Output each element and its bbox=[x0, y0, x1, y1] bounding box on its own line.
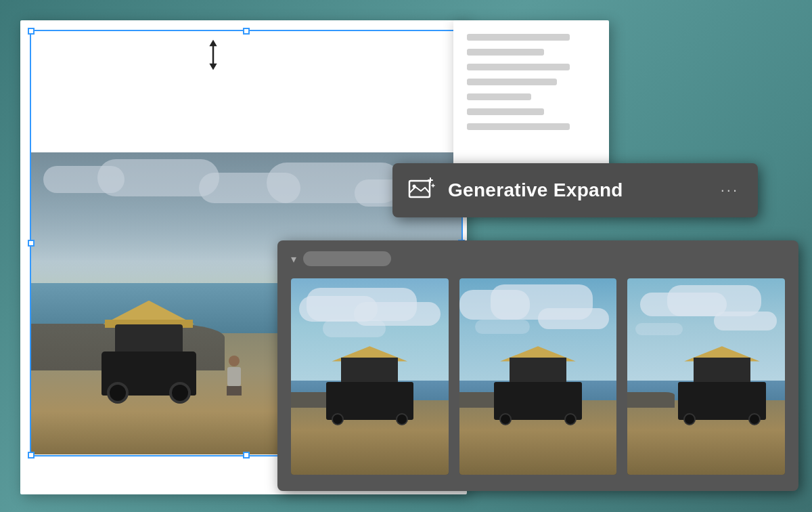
panel-line-2 bbox=[467, 49, 544, 56]
panel-tab[interactable] bbox=[303, 251, 391, 266]
thumb-scene-1 bbox=[291, 278, 449, 475]
variation-thumbnail-3[interactable] bbox=[627, 278, 785, 475]
panel-line-6 bbox=[467, 108, 544, 115]
thumb2-jeep bbox=[491, 351, 585, 420]
thumb-scene-2 bbox=[459, 278, 617, 475]
variations-panel: ▾ bbox=[277, 240, 798, 491]
thumb3-jeep bbox=[675, 351, 769, 420]
generative-expand-toolbar[interactable]: Generative Expand ··· bbox=[392, 163, 758, 217]
canvas-top-area bbox=[30, 30, 463, 152]
thumb1-jeep bbox=[323, 351, 418, 420]
panel-line-4 bbox=[467, 79, 557, 85]
panel-line-7 bbox=[467, 123, 570, 130]
chevron-down-icon[interactable]: ▾ bbox=[291, 253, 296, 265]
jeep bbox=[95, 321, 203, 396]
thumb-scene-3 bbox=[627, 278, 785, 475]
generative-expand-icon-wrap bbox=[406, 175, 437, 206]
variation-thumbnail-1[interactable] bbox=[291, 278, 449, 475]
panel-line-5 bbox=[467, 93, 531, 100]
person bbox=[225, 356, 244, 389]
variation-thumbnail-2[interactable] bbox=[459, 278, 617, 475]
panel-line-1 bbox=[467, 34, 570, 41]
right-properties-panel bbox=[453, 20, 609, 176]
svg-point-2 bbox=[413, 185, 416, 188]
more-options-button[interactable]: ··· bbox=[715, 179, 744, 202]
thumbnails-row bbox=[291, 278, 785, 475]
panel-header: ▾ bbox=[291, 251, 785, 266]
generative-expand-icon bbox=[407, 176, 436, 205]
panel-line-3 bbox=[467, 64, 570, 70]
generative-expand-title: Generative Expand bbox=[448, 179, 704, 201]
